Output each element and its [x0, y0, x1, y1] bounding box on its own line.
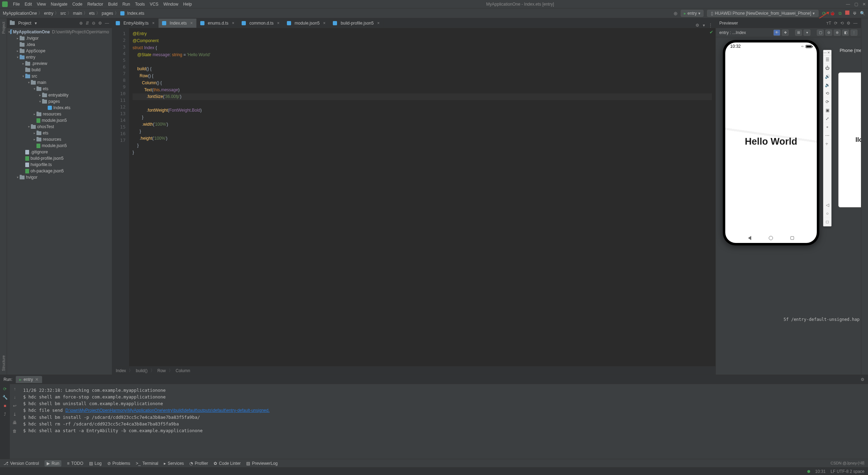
- tree-item[interactable]: oh-package.json5: [7, 168, 112, 174]
- menu-run[interactable]: Run: [120, 1, 133, 8]
- structure-rail-label[interactable]: Structure: [1, 352, 6, 375]
- tab-common-d-ts[interactable]: common.d.ts×: [238, 19, 283, 28]
- code-editor[interactable]: ✔ 1234567891011121314151617 @Entry @Comp…: [112, 28, 715, 366]
- tree-item[interactable]: module.json5: [7, 143, 112, 149]
- tree-item[interactable]: build: [7, 67, 112, 73]
- emu-wifi-icon[interactable]: ᯤ: [823, 140, 831, 148]
- debug-icon[interactable]: 🐞: [830, 11, 835, 16]
- emu-min-icon[interactable]: —: [823, 51, 827, 54]
- clear-icon[interactable]: 🗑: [12, 428, 18, 434]
- project-rail-label[interactable]: Project: [1, 18, 6, 37]
- emu-overview-icon[interactable]: □: [823, 218, 831, 226]
- breadcrumb-item[interactable]: entry: [44, 11, 53, 16]
- breadcrumb-item[interactable]: pages: [102, 11, 113, 16]
- tree-item[interactable]: ▾ets: [7, 86, 112, 92]
- console-output[interactable]: 11/26 22:32:18: Launching com.example.my…: [20, 384, 868, 459]
- zoom-in-icon[interactable]: ⊕: [834, 29, 841, 36]
- menu-help[interactable]: Help: [181, 1, 194, 8]
- inspector-icon[interactable]: 👁: [773, 29, 780, 36]
- print-icon[interactable]: 🖶: [12, 420, 18, 425]
- target-icon[interactable]: ◎: [674, 11, 677, 16]
- tree-item[interactable]: ▸resources: [7, 136, 112, 143]
- emu-volume-down-icon[interactable]: 🔉: [823, 81, 831, 89]
- run-settings-icon[interactable]: ⚙: [861, 377, 864, 382]
- tree-item[interactable]: ▾ohosTest: [7, 124, 112, 130]
- gear-icon[interactable]: ⚙: [847, 21, 850, 26]
- bottom-version-control[interactable]: ⎇Version Control: [4, 461, 39, 466]
- exit-icon[interactable]: ⤴: [2, 411, 8, 417]
- tree-item[interactable]: ▸.preview: [7, 60, 112, 67]
- close-icon[interactable]: ×: [277, 21, 280, 26]
- tree-item[interactable]: module.json5: [7, 117, 112, 124]
- bottom-previewerlog[interactable]: ▤PreviewerLog: [246, 461, 277, 466]
- up-icon[interactable]: ↑: [12, 386, 18, 392]
- rerun-icon[interactable]: ⟳: [2, 386, 8, 392]
- code-crumb[interactable]: build(): [136, 368, 147, 373]
- menu-vcs[interactable]: VCS: [147, 1, 161, 8]
- run-tab[interactable]: ▸ entry ✕: [16, 376, 42, 383]
- menu-build[interactable]: Build: [106, 1, 120, 8]
- bottom-todo[interactable]: ≡TODO: [67, 461, 83, 466]
- tree-item[interactable]: ▾entry: [7, 54, 112, 60]
- menu-edit[interactable]: Edit: [22, 1, 34, 8]
- bottom-run[interactable]: ▶Run: [45, 460, 61, 467]
- tree-item[interactable]: ▸resources: [7, 111, 112, 117]
- select-opened-file-icon[interactable]: ⊕: [79, 21, 83, 26]
- menu-navigate[interactable]: Navigate: [48, 1, 70, 8]
- emu-back-icon[interactable]: ◁: [823, 201, 831, 209]
- bottom-terminal[interactable]: >_Terminal: [136, 461, 158, 466]
- dropdown-icon[interactable]: ▾: [803, 29, 810, 36]
- code-crumb[interactable]: Column: [176, 368, 190, 373]
- close-icon[interactable]: ×: [190, 21, 193, 26]
- code-breadcrumb[interactable]: Index〉build()〉Row〉Column: [112, 366, 715, 375]
- stop-icon[interactable]: [845, 11, 849, 16]
- tree-item[interactable]: build-profile.json5: [7, 155, 112, 161]
- close-icon[interactable]: ×: [377, 21, 379, 26]
- collapse-icon[interactable]: ⊖: [92, 21, 95, 26]
- project-tree[interactable]: ▾MyApplicationOneD:\own\MyProject\OpenHa…: [7, 28, 112, 375]
- search-icon[interactable]: 🔍: [860, 11, 865, 16]
- emu-more-icon[interactable]: ⋯: [823, 131, 831, 140]
- run-config-selector[interactable]: ▸ entry ▾: [681, 10, 704, 17]
- phone-preview[interactable]: 10:32 ‹› Hello World: [723, 40, 819, 245]
- breadcrumb[interactable]: MyApplicationOne〉entry〉src〉main〉ets〉page…: [3, 10, 144, 16]
- tree-item[interactable]: ▾main: [7, 79, 112, 86]
- menu-view[interactable]: View: [34, 1, 48, 8]
- back-icon[interactable]: [748, 236, 751, 240]
- tree-item[interactable]: ▾src: [7, 73, 112, 79]
- close-icon[interactable]: ×: [152, 21, 155, 26]
- tree-item[interactable]: ▾pages: [7, 98, 112, 105]
- bottom-log[interactable]: ▤Log: [89, 461, 102, 466]
- emu-rotate-right-icon[interactable]: ⟳: [823, 98, 831, 106]
- recents-icon[interactable]: [790, 236, 794, 240]
- close-icon[interactable]: ×: [323, 21, 325, 26]
- emu-home-icon[interactable]: ○: [823, 209, 831, 218]
- emu-zoom-icon[interactable]: ⤢: [823, 114, 831, 123]
- emu-power-icon[interactable]: ⏻: [823, 64, 831, 72]
- run-button-icon[interactable]: ⟳: [822, 11, 826, 16]
- code-crumb[interactable]: Index: [116, 368, 126, 373]
- device-selector[interactable]: ▯ HUAWEI Phone [NewDevice_from_Huawei_Ph…: [707, 10, 819, 17]
- close-tab-icon[interactable]: ✕: [35, 377, 39, 382]
- refresh-icon[interactable]: ⟳: [834, 21, 837, 26]
- hide-icon[interactable]: —: [105, 21, 109, 26]
- coverage-icon[interactable]: ⧉: [839, 11, 842, 16]
- emu-close-icon[interactable]: ✕: [827, 51, 830, 54]
- down-icon[interactable]: ↓: [12, 395, 18, 400]
- wrench-icon[interactable]: 🔧: [2, 395, 8, 400]
- code-crumb[interactable]: Row: [157, 368, 166, 373]
- tree-item[interactable]: ▸ets: [7, 130, 112, 136]
- tree-item[interactable]: ▸entryability: [7, 92, 112, 98]
- soft-wrap-icon[interactable]: ↩: [12, 403, 18, 409]
- tab-module-json5[interactable]: module.json5×: [283, 19, 329, 28]
- tree-item[interactable]: ▸.hvigor: [7, 35, 112, 41]
- grid-icon[interactable]: ⊞: [795, 29, 802, 36]
- tab-more-icon[interactable]: ⋮: [708, 23, 713, 28]
- more-icon[interactable]: ⋮: [850, 29, 857, 36]
- minimize-icon[interactable]: —: [846, 2, 850, 7]
- bottom-profiler[interactable]: ◔Profiler: [189, 461, 208, 466]
- emu-rotate-left-icon[interactable]: ⟲: [823, 89, 831, 98]
- tree-item[interactable]: hvigorfile.ts: [7, 161, 112, 168]
- tab-EntryAbility-ts[interactable]: EntryAbility.ts×: [112, 19, 159, 28]
- breadcrumb-item[interactable]: main: [73, 11, 82, 16]
